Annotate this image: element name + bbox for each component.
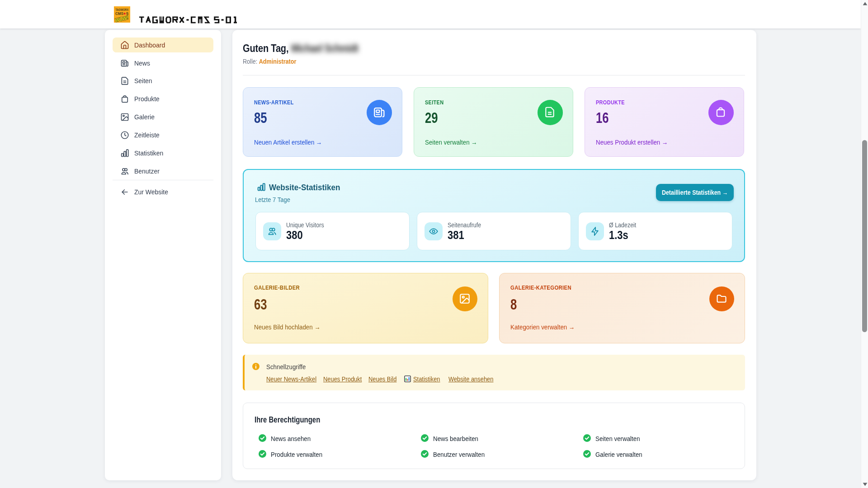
svg-text:TAGWORX: TAGWORX (115, 8, 129, 11)
svg-text:CMS: CMS (115, 11, 123, 16)
